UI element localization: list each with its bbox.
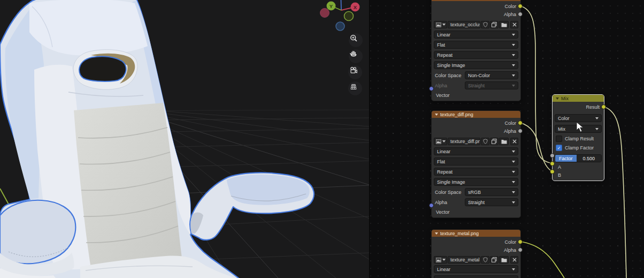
3d-viewport[interactable]: Y X bbox=[0, 0, 369, 278]
diff-alpha-output-socket[interactable] bbox=[518, 129, 523, 133]
blender-window: Y X bbox=[0, 0, 644, 278]
factor-slider[interactable]: Factor 0.500 bbox=[555, 154, 602, 162]
camera-view-button[interactable] bbox=[348, 65, 362, 79]
output-color-label: Color bbox=[504, 239, 516, 245]
shield-icon bbox=[483, 257, 488, 262]
alpha-label: Alpha bbox=[434, 200, 465, 205]
node-header[interactable]: Mix bbox=[553, 95, 604, 102]
projection-select[interactable]: Flat bbox=[434, 157, 518, 166]
projection-select[interactable]: Flat bbox=[434, 41, 518, 49]
clamp-result-row[interactable]: Clamp Result bbox=[555, 136, 602, 142]
interpolation-select[interactable]: Linear bbox=[434, 265, 518, 273]
clamp-result-checkbox[interactable] bbox=[556, 136, 562, 142]
metal-alpha-output-socket[interactable] bbox=[518, 247, 523, 252]
chevron-down-icon bbox=[512, 64, 515, 66]
source-select[interactable]: Single Image bbox=[434, 178, 518, 186]
clamp-factor-row[interactable]: ✓ Clamp Factor bbox=[555, 145, 602, 151]
mix-factor-input-socket[interactable] bbox=[550, 153, 555, 158]
input-b-label: B bbox=[558, 172, 561, 178]
navigation-gizmo[interactable]: Y X bbox=[318, 0, 367, 34]
chevron-down-icon bbox=[442, 259, 446, 261]
collapse-icon[interactable] bbox=[435, 114, 438, 116]
unlink-button[interactable] bbox=[510, 256, 518, 264]
alpha-mode-select[interactable]: Straight bbox=[465, 81, 518, 89]
close-icon bbox=[512, 258, 517, 262]
fake-user-button[interactable] bbox=[481, 256, 489, 264]
collapse-icon[interactable] bbox=[435, 232, 438, 235]
gizmo-neg-x-ball[interactable] bbox=[320, 9, 329, 18]
diff-color-output-socket[interactable] bbox=[518, 121, 523, 125]
clamp-factor-label: Clamp Factor bbox=[565, 145, 594, 151]
unlink-button[interactable] bbox=[510, 138, 518, 145]
pan-button[interactable] bbox=[349, 49, 363, 63]
mix-b-input-socket[interactable] bbox=[550, 169, 555, 174]
chair-object[interactable] bbox=[0, 0, 314, 278]
data-type-select[interactable]: Color bbox=[555, 114, 602, 122]
fake-user-button[interactable] bbox=[481, 21, 489, 28]
source-select[interactable]: Single Image bbox=[434, 61, 518, 69]
orthographic-toggle-button[interactable] bbox=[348, 81, 362, 95]
open-file-button[interactable] bbox=[499, 21, 509, 28]
node-texture-occlusion[interactable]: Color Alpha texture_occlusio... bbox=[431, 0, 521, 101]
occlusion-color-output-socket[interactable] bbox=[518, 4, 523, 9]
duplicate-button[interactable] bbox=[490, 256, 499, 264]
chevron-down-icon bbox=[512, 54, 515, 56]
gizmo-y-label: Y bbox=[329, 3, 333, 9]
zoom-button[interactable] bbox=[349, 33, 363, 47]
metal-color-output-socket[interactable] bbox=[518, 239, 523, 244]
chevron-down-icon bbox=[442, 140, 446, 142]
input-vector-label: Vector bbox=[436, 93, 450, 98]
node-texture-metal[interactable]: texture_metal.png Color Alpha texture_me… bbox=[431, 229, 521, 278]
color-space-select[interactable]: Non-Color bbox=[465, 71, 518, 79]
chevron-down-icon bbox=[512, 171, 515, 173]
gizmo-neg-y-ball[interactable] bbox=[344, 12, 354, 21]
mix-result-output-socket[interactable] bbox=[601, 104, 606, 109]
chevron-down-icon bbox=[512, 44, 515, 46]
mix-a-input-socket[interactable] bbox=[550, 161, 555, 166]
image-browse-button[interactable] bbox=[434, 256, 447, 264]
unlink-button[interactable] bbox=[510, 21, 518, 28]
grid-icon bbox=[348, 81, 359, 92]
image-browse-button[interactable] bbox=[434, 138, 447, 145]
color-space-label: Color Space bbox=[434, 73, 465, 78]
alpha-mode-select[interactable]: Straight bbox=[465, 198, 518, 206]
fake-user-button[interactable] bbox=[481, 138, 489, 145]
copy-icon bbox=[492, 139, 497, 144]
image-name-field[interactable]: texture_diff.png bbox=[448, 138, 480, 145]
node-header[interactable]: texture_diff.png bbox=[432, 111, 520, 118]
duplicate-button[interactable] bbox=[490, 21, 499, 28]
node-header[interactable]: texture_metal.png bbox=[432, 230, 520, 237]
occlusion-vector-input-socket[interactable] bbox=[429, 86, 434, 91]
image-name-field[interactable]: texture_metal.png bbox=[448, 256, 480, 264]
image-name-field[interactable]: texture_occlusio... bbox=[448, 21, 480, 28]
factor-slider-label: Factor bbox=[555, 155, 577, 162]
collapse-icon[interactable] bbox=[556, 97, 559, 100]
extension-select[interactable]: Repeat bbox=[434, 51, 518, 59]
close-icon bbox=[512, 22, 517, 27]
node-mix[interactable]: Mix Result Color Mix Clamp Result ✓ Clam… bbox=[552, 94, 604, 181]
open-file-button[interactable] bbox=[499, 138, 509, 145]
chevron-down-icon bbox=[512, 201, 515, 204]
chevron-down-icon bbox=[595, 128, 599, 130]
node-title: texture_metal.png bbox=[440, 231, 479, 236]
alpha-label: Alpha bbox=[434, 83, 465, 88]
copy-icon bbox=[492, 257, 497, 262]
image-icon bbox=[436, 139, 441, 144]
duplicate-button[interactable] bbox=[490, 138, 499, 145]
interpolation-select[interactable]: Linear bbox=[434, 147, 518, 155]
color-space-select[interactable]: sRGB bbox=[465, 188, 518, 196]
gizmo-neg-z-ball[interactable] bbox=[336, 22, 344, 31]
projection-select[interactable] bbox=[434, 275, 518, 278]
image-browse-button[interactable] bbox=[434, 21, 447, 28]
close-icon bbox=[512, 139, 517, 144]
color-space-label: Color Space bbox=[434, 190, 465, 195]
node-texture-diff[interactable]: texture_diff.png Color Alpha texture_dif… bbox=[431, 110, 521, 218]
extension-select[interactable]: Repeat bbox=[434, 168, 518, 176]
diff-vector-input-socket[interactable] bbox=[429, 203, 434, 208]
open-file-button[interactable] bbox=[499, 256, 509, 264]
output-alpha-label: Alpha bbox=[504, 247, 516, 253]
interpolation-select[interactable]: Linear bbox=[434, 31, 518, 39]
occlusion-alpha-output-socket[interactable] bbox=[518, 12, 523, 17]
viewport-scene bbox=[0, 0, 369, 278]
clamp-factor-checkbox[interactable]: ✓ bbox=[556, 145, 562, 151]
